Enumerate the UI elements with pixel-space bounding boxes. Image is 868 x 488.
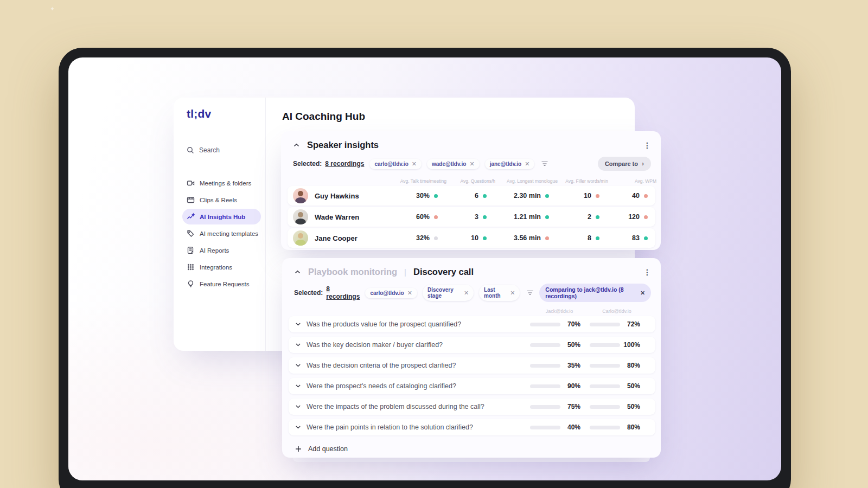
progress-bar	[590, 426, 620, 429]
score-percent: 100%	[620, 341, 640, 349]
laptop-frame: tl;dv Search Meetings & folders Clips & …	[59, 48, 791, 488]
sidebar-item-feature-requests[interactable]: Feature Requests	[187, 275, 265, 292]
question-text: Were the prospect's needs of cataloging …	[307, 382, 456, 390]
status-dot	[434, 194, 438, 198]
filter-chip[interactable]: wade@tldv.io ✕	[427, 159, 480, 169]
carlo-score: 100%	[590, 341, 640, 349]
metric-value: 83	[632, 234, 640, 242]
progress-bar	[530, 323, 560, 326]
metric-value: 60%	[416, 213, 430, 221]
status-dot	[596, 215, 599, 219]
remove-chip-icon[interactable]: ✕	[464, 290, 469, 296]
tldv-logo[interactable]: tl;dv	[187, 107, 265, 120]
more-options-button[interactable]: ⋮	[643, 142, 651, 149]
remove-chip-icon[interactable]: ✕	[525, 161, 529, 167]
remove-chip-icon[interactable]: ✕	[469, 161, 474, 167]
filter-lines-icon[interactable]	[526, 290, 534, 296]
metric-value: 2	[588, 213, 591, 221]
sidebar: tl;dv Search Meetings & folders Clips & …	[174, 98, 266, 351]
progress-bar	[530, 364, 560, 368]
sidebar-item-ai-meeting-templates[interactable]: AI meeting templates	[187, 225, 265, 242]
sidebar-item-ai-insights-hub[interactable]: AI Insights Hub	[187, 208, 265, 225]
question-row[interactable]: Were the pain points in relation to the …	[289, 419, 655, 435]
question-row[interactable]: Were the impacts of the problem discusse…	[289, 399, 655, 415]
speaker-row[interactable]: Jane Cooper 32% 10 3.56 min 8 83	[288, 228, 655, 248]
score-percent: 72%	[620, 320, 640, 328]
score-percent: 50%	[620, 382, 640, 390]
status-dot	[596, 236, 599, 240]
screen-background: tl;dv Search Meetings & folders Clips & …	[68, 57, 781, 480]
metric-value: 3	[475, 213, 478, 221]
film-icon	[187, 196, 195, 204]
sidebar-item-label: AI Reports	[200, 247, 229, 254]
chevron-down-icon[interactable]	[295, 322, 301, 326]
score-percent: 90%	[560, 382, 580, 390]
column-header: Avg. WPM	[612, 178, 661, 184]
column-header: Avg. Filler words/min	[562, 178, 612, 184]
panel-title-muted: Playbook monitoring	[308, 267, 397, 277]
question-text: Was the products value for the prospect …	[307, 320, 461, 328]
video-camera-icon	[187, 179, 195, 187]
remove-comparing-icon[interactable]: ✕	[640, 290, 645, 296]
score-percent: 80%	[620, 362, 640, 369]
search-label: Search	[199, 146, 220, 154]
sidebar-item-ai-reports[interactable]: AI Reports	[187, 242, 265, 259]
score-percent: 75%	[560, 403, 580, 410]
search-button[interactable]: Search	[187, 146, 265, 154]
selected-label: Selected:	[294, 289, 323, 297]
question-row[interactable]: Were the prospect's needs of cataloging …	[289, 378, 655, 394]
search-icon	[187, 146, 194, 154]
filter-chip[interactable]: carlo@tldv.io ✕	[365, 288, 417, 298]
progress-bar	[590, 384, 620, 388]
jack-score: 40%	[530, 423, 580, 431]
more-options-button[interactable]: ⋮	[643, 268, 651, 276]
add-question-button[interactable]: Add question	[282, 440, 661, 453]
speaker-row[interactable]: Wade Warren 60% 3 1.21 min 2 120	[288, 207, 655, 227]
carlo-score: 80%	[590, 423, 640, 431]
remove-chip-icon[interactable]: ✕	[412, 161, 417, 167]
score-percent: 50%	[560, 341, 580, 349]
recordings-count-link[interactable]: 8 recordings	[326, 285, 360, 300]
question-row[interactable]: Was the key decision maker / buyer clari…	[289, 337, 655, 353]
question-row[interactable]: Was the decision criteria of the prospec…	[289, 357, 655, 374]
recordings-count-link[interactable]: 8 recordings	[325, 160, 364, 168]
status-dot	[483, 215, 487, 219]
chevron-down-icon[interactable]	[295, 363, 301, 368]
metric-value: 8	[588, 234, 591, 242]
metric-value: 1.21 min	[514, 213, 541, 221]
compare-to-button[interactable]: Compare to ›	[598, 157, 651, 171]
jack-score: 70%	[530, 320, 580, 328]
sidebar-item-integrations[interactable]: Integrations	[187, 259, 265, 275]
collapse-chevron-up-icon[interactable]	[293, 143, 300, 147]
jack-score: 90%	[530, 382, 580, 390]
filter-lines-icon[interactable]	[541, 160, 548, 167]
chevron-down-icon[interactable]	[295, 404, 301, 409]
chevron-down-icon[interactable]	[295, 425, 301, 429]
comparing-chip[interactable]: Comparing to jack@tldv.io (8 recordings)…	[539, 284, 651, 302]
filter-chip[interactable]: carlo@tldv.io ✕	[369, 159, 422, 169]
status-dot	[545, 236, 549, 240]
speaker-name: Jane Cooper	[315, 234, 358, 242]
sidebar-item-label: Clips & Reels	[200, 197, 237, 203]
status-dot	[434, 236, 438, 240]
speaker-row[interactable]: Guy Hawkins 30% 6 2.30 min 10 40	[288, 186, 655, 206]
lightbulb-icon	[187, 280, 195, 288]
sparkle-decoration: ✦	[50, 5, 55, 12]
filter-chip[interactable]: Last month ✕	[479, 285, 520, 301]
filter-chip[interactable]: jane@tldv.io ✕	[485, 159, 535, 169]
jack-score: 75%	[530, 403, 580, 410]
filter-chip[interactable]: Discovery stage ✕	[423, 285, 474, 301]
column-header: Jack@tldv.io	[529, 309, 589, 314]
sidebar-item-clips-reels[interactable]: Clips & Reels	[187, 191, 265, 208]
collapse-chevron-up-icon[interactable]	[294, 269, 301, 274]
remove-chip-icon[interactable]: ✕	[407, 290, 412, 296]
page-title: AI Coaching Hub	[282, 111, 365, 123]
carlo-score: 72%	[590, 320, 640, 328]
question-row[interactable]: Was the products value for the prospect …	[289, 316, 655, 332]
chevron-down-icon[interactable]	[295, 384, 301, 388]
remove-chip-icon[interactable]: ✕	[510, 290, 515, 296]
comparison-column-labels: Jack@tldv.io Carlo@tldv.io	[282, 309, 661, 316]
chevron-down-icon[interactable]	[295, 343, 301, 347]
sidebar-item-meetings-folders[interactable]: Meetings & folders	[187, 175, 265, 191]
sidebar-item-label: AI Insights Hub	[200, 214, 245, 220]
